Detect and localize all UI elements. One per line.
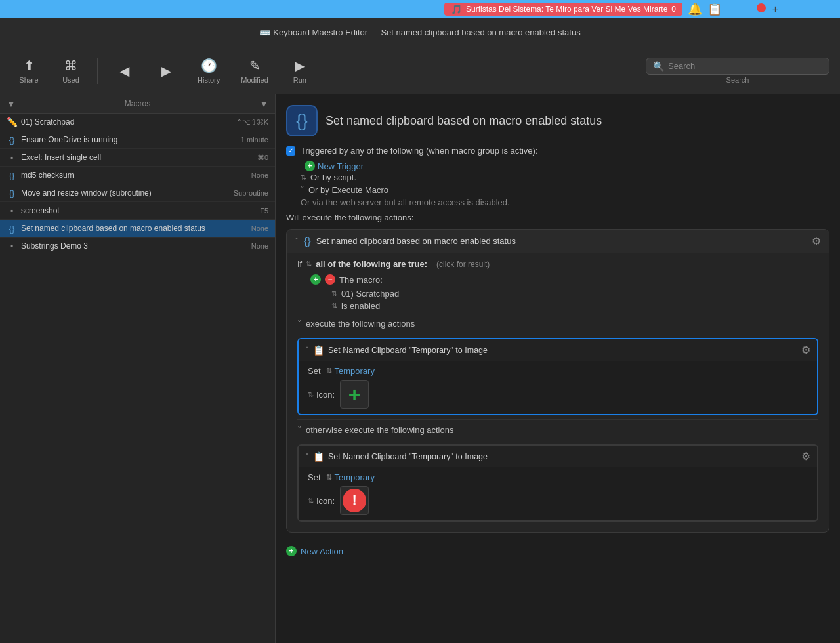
clipboard-gear-1-icon[interactable]: ⚙	[801, 344, 810, 356]
add-icon[interactable]: +	[772, 3, 778, 15]
clipboard-collapse-1-icon[interactable]: ˅	[305, 346, 309, 355]
macro-curly-icon: {}	[296, 111, 307, 131]
stop-icon[interactable]	[757, 3, 766, 12]
macro-item-shortcut: None	[251, 224, 268, 232]
macro-item-shortcut: ⌃⌥⇧⌘K	[236, 118, 268, 127]
macro-list-item[interactable]: {} md5 checksum None	[0, 167, 275, 184]
trigger-checkbox[interactable]: ✓	[286, 146, 295, 156]
web-server-text: Or via the web server but all remote acc…	[301, 197, 830, 207]
clipboard-collapse-2-icon[interactable]: ˅	[305, 452, 309, 461]
new-action-button[interactable]: + New Action	[286, 541, 830, 562]
condition-minus-icon[interactable]: −	[325, 274, 335, 285]
named-clipboard-header-2: ˅ 📋 Set Named Clipboard "Temporary" to I…	[299, 446, 817, 467]
menubar-system-icons: +	[757, 3, 781, 15]
sidebar: ▼ Macros ▼ ✏️ 01) Scratchpad ⌃⌥⇧⌘K {} En…	[0, 94, 276, 643]
macro-list-item[interactable]: {} Ensure OneDrive is running 1 minute	[0, 131, 275, 149]
toolbar: ⬆ Share ⌘ Used ◀ ▶ 🕐 History ✎ Modified …	[0, 47, 840, 94]
used-button[interactable]: ⌘ Used	[52, 54, 89, 88]
airdrop-icon[interactable]: 📋	[707, 2, 722, 16]
history-back-button[interactable]: ◀	[106, 59, 142, 83]
trigger-section: ✓ Triggered by any of the following (whe…	[286, 146, 830, 207]
music-indicator: 🎵 Surfistas Del Sistema: Te Miro para Ve…	[444, 3, 682, 16]
condition-detail-enabled: ⇅ is enabled	[331, 301, 818, 311]
macro-item-name: Excel: Insert single cell	[21, 153, 101, 162]
named-clipboard-block-1: ˅ 📋 Set Named Clipboard "Temporary" to I…	[297, 338, 818, 415]
will-execute-text: Will execute the following actions:	[286, 213, 830, 222]
macro-list-item[interactable]: ▪ Excel: Insert single cell ⌘0	[0, 149, 275, 167]
macro-item-name: 01) Scratchpad	[21, 117, 74, 127]
trigger-text: Triggered by any of the following (when …	[301, 146, 538, 156]
icon-preview-1[interactable]: +	[340, 380, 369, 409]
outer-collapse-icon[interactable]: ˅	[295, 237, 299, 246]
macro-list-item[interactable]: {} Set named clipboard based on macro en…	[0, 220, 275, 238]
click-result-text[interactable]: (click for result)	[436, 260, 490, 269]
macro-item-shortcut: ⌘0	[257, 154, 268, 162]
macro-list: ✏️ 01) Scratchpad ⌃⌥⇧⌘K {} Ensure OneDri…	[0, 114, 275, 643]
share-button[interactable]: ⬆ Share	[10, 54, 47, 88]
sidebar-header-title: Macros	[125, 99, 150, 108]
macro-title[interactable]: Set named clipboard based on macro enabl…	[326, 114, 602, 128]
set-row-1: Set ⇅ Temporary	[308, 366, 808, 376]
is-enabled-text: is enabled	[341, 301, 380, 311]
history-icon: 🕐	[201, 58, 217, 73]
green-plus-large-icon: +	[348, 384, 361, 405]
or-by-execute-macro-text: Or by Execute Macro	[308, 185, 388, 195]
or-by-execute-macro-trigger[interactable]: ˅ Or by Execute Macro	[301, 185, 830, 195]
temporary-value-2[interactable]: Temporary	[335, 472, 375, 482]
sort-icon[interactable]: ▼	[259, 98, 268, 109]
if-keyword: If	[297, 259, 302, 269]
new-trigger-button[interactable]: + New Trigger	[301, 159, 830, 173]
macro-item-left: ✏️ 01) Scratchpad	[7, 117, 74, 127]
filter-icon[interactable]: ▼	[7, 98, 16, 109]
macro-item-icon: {}	[7, 135, 17, 145]
if-chevron-icon: ⇅	[306, 260, 312, 268]
new-action-label: New Action	[301, 547, 343, 556]
red-warning-icon: !	[343, 489, 366, 512]
clipboard-icon-2: 📋	[313, 451, 324, 462]
clipboard-gear-2-icon[interactable]: ⚙	[801, 450, 810, 463]
the-macro-text: The macro:	[339, 275, 383, 285]
icon-preview-2[interactable]: !	[340, 486, 369, 515]
sidebar-header: ▼ Macros ▼	[0, 94, 275, 114]
used-label: Used	[62, 76, 79, 84]
window-title: Keyboard Maestro Editor — Set named clip…	[273, 28, 580, 37]
macro-item-icon: {}	[7, 223, 17, 234]
otherwise-chevron-icon[interactable]: ˅	[297, 425, 302, 435]
execute-chevron-icon: ˅	[301, 186, 304, 194]
search-input[interactable]	[668, 61, 822, 71]
temporary-value-1[interactable]: Temporary	[335, 366, 375, 376]
outer-gear-icon[interactable]: ⚙	[812, 235, 821, 247]
macro-list-item[interactable]: {} Move and resize window (subroutine) S…	[0, 184, 275, 202]
macro-list-item[interactable]: ▪ Substrings Demo 3 None	[0, 238, 275, 255]
notification-icon[interactable]: 🔔	[688, 2, 702, 16]
history-forward-button[interactable]: ▶	[148, 59, 184, 83]
icon-label-text-1: Icon:	[316, 390, 335, 400]
history-button[interactable]: 🕐 History	[190, 54, 228, 88]
macro-item-icon: {}	[7, 188, 17, 198]
macro-item-icon: ▪	[7, 241, 17, 251]
outer-action-content: If ⇅ all of the following are true: (cli…	[287, 253, 829, 532]
macro-item-icon: ▪	[7, 152, 17, 163]
macro-list-item[interactable]: ✏️ 01) Scratchpad ⌃⌥⇧⌘K	[0, 114, 275, 131]
if-line: If ⇅ all of the following are true: (cli…	[297, 259, 818, 269]
run-button[interactable]: ▶ Run	[282, 54, 318, 88]
or-by-script-trigger[interactable]: ⇅ Or by script.	[301, 173, 830, 182]
icon-label-text-2: Icon:	[316, 496, 335, 506]
condition-plus-icon[interactable]: +	[310, 274, 321, 285]
menubar-right: 🎵 Surfistas Del Sistema: Te Miro para Ve…	[444, 2, 722, 16]
search-area: 🔍 Search	[646, 58, 830, 84]
macro-item-name: Ensure OneDrive is running	[21, 135, 117, 144]
modified-icon: ✎	[249, 58, 261, 73]
modified-button[interactable]: ✎ Modified	[233, 54, 276, 88]
macro-item-left: {} Move and resize window (subroutine)	[7, 188, 152, 198]
otherwise-line: ˅ otherwise execute the following action…	[297, 419, 818, 440]
macro-item-name: screenshot	[21, 206, 60, 215]
named-clipboard-title-2: Set Named Clipboard "Temporary" to Image	[328, 452, 488, 461]
enabled-chevron-icon: ⇅	[331, 302, 337, 310]
main-layout: ▼ Macros ▼ ✏️ 01) Scratchpad ⌃⌥⇧⌘K {} En…	[0, 94, 840, 643]
script-chevron-icon: ⇅	[301, 173, 306, 182]
execute-line-chevron-icon[interactable]: ˅	[297, 319, 302, 329]
macro-list-item[interactable]: ▪ screenshot F5	[0, 202, 275, 220]
run-label: Run	[293, 76, 306, 84]
history-label: History	[198, 76, 220, 84]
